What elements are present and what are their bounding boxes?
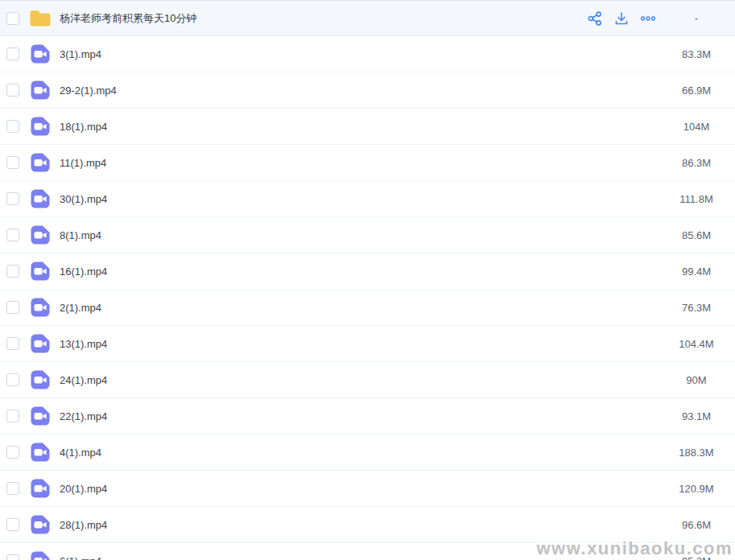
select-all-checkbox[interactable] (6, 12, 19, 25)
file-size: 188.3M (658, 447, 735, 459)
file-size: 93.1M (658, 410, 735, 422)
video-file-icon (30, 152, 51, 173)
file-name[interactable]: 28(1).mp4 (60, 519, 107, 531)
file-row[interactable]: 2(1).mp4 76.3M (0, 290, 735, 326)
file-row[interactable]: 24(1).mp4 90M (0, 362, 735, 398)
file-row[interactable]: 6(1).mp4 95.3M (0, 543, 735, 560)
download-icon[interactable] (613, 10, 630, 27)
more-icon[interactable] (640, 10, 656, 27)
file-size: 99.4M (658, 266, 735, 278)
file-name[interactable]: 16(1).mp4 (60, 266, 107, 278)
file-browser: 杨洋老师考前积累每天10分钟 (0, 0, 735, 560)
file-row[interactable]: 22(1).mp4 93.1M (0, 398, 735, 434)
video-file-icon (30, 297, 51, 318)
row-checkbox[interactable] (6, 265, 19, 278)
file-name[interactable]: 13(1).mp4 (60, 338, 107, 350)
file-size: 104M (658, 121, 735, 133)
row-checkbox[interactable] (6, 482, 19, 495)
file-row[interactable]: 18(1).mp4 104M (0, 109, 735, 145)
file-size: 111.8M (658, 193, 735, 205)
file-size: 66.9M (658, 84, 735, 97)
file-row[interactable]: 20(1).mp4 120.9M (0, 471, 735, 507)
file-row[interactable]: 11(1).mp4 86.3M (0, 145, 735, 181)
file-size: 104.4M (658, 338, 735, 350)
file-row[interactable]: 3(1).mp4 83.3M (0, 36, 735, 72)
row-checkbox[interactable] (6, 446, 19, 459)
row-checkbox[interactable] (6, 229, 19, 241)
file-name[interactable]: 20(1).mp4 (60, 483, 107, 495)
file-row[interactable]: 16(1).mp4 99.4M (0, 253, 735, 290)
row-checkbox[interactable] (6, 301, 19, 314)
file-name[interactable]: 3(1).mp4 (60, 48, 101, 60)
share-icon[interactable] (587, 10, 603, 27)
row-checkbox[interactable] (6, 554, 19, 560)
file-row[interactable]: 13(1).mp4 104.4M (0, 326, 735, 362)
file-name[interactable]: 18(1).mp4 (60, 121, 107, 133)
file-name[interactable]: 30(1).mp4 (60, 193, 107, 205)
file-name[interactable]: 11(1).mp4 (60, 157, 106, 169)
row-checkbox[interactable] (6, 47, 19, 60)
video-file-icon (30, 406, 51, 426)
file-list: 3(1).mp4 83.3M 29-2(1).mp4 66.9M 18(1).m… (0, 36, 735, 560)
folder-header-row[interactable]: 杨洋老师考前积累每天10分钟 (0, 0, 735, 36)
video-file-icon (30, 478, 51, 499)
row-checkbox[interactable] (6, 410, 19, 422)
video-file-icon (30, 514, 51, 535)
row-checkbox[interactable] (6, 373, 19, 386)
video-file-icon (30, 442, 51, 463)
file-name[interactable]: 2(1).mp4 (60, 302, 101, 314)
video-file-icon (30, 188, 51, 209)
video-file-icon (30, 116, 51, 137)
folder-title[interactable]: 杨洋老师考前积累每天10分钟 (60, 11, 196, 26)
file-size: 120.9M (658, 483, 735, 495)
row-checkbox[interactable] (6, 156, 19, 169)
file-row[interactable]: 8(1).mp4 85.6M (0, 217, 735, 253)
row-checkbox[interactable] (6, 120, 19, 133)
file-name[interactable]: 4(1).mp4 (60, 447, 101, 459)
file-name[interactable]: 22(1).mp4 (60, 410, 107, 422)
video-file-icon (30, 333, 51, 354)
file-row[interactable]: 30(1).mp4 111.8M (0, 181, 735, 217)
row-checkbox[interactable] (6, 192, 19, 205)
video-file-icon (30, 224, 51, 245)
file-size: 83.3M (658, 48, 735, 60)
folder-size-placeholder: - (658, 12, 735, 24)
file-size: 96.6M (658, 519, 735, 531)
video-file-icon (30, 550, 51, 560)
file-name[interactable]: 29-2(1).mp4 (60, 84, 117, 97)
file-size: 90M (658, 374, 735, 386)
file-name[interactable]: 24(1).mp4 (60, 374, 107, 386)
file-name[interactable]: 6(1).mp4 (60, 555, 101, 560)
row-checkbox[interactable] (6, 337, 19, 350)
file-size: 95.3M (658, 555, 735, 560)
folder-icon (29, 9, 52, 28)
video-file-icon (30, 43, 51, 64)
file-row[interactable]: 4(1).mp4 188.3M (0, 434, 735, 471)
video-file-icon (30, 80, 51, 101)
folder-actions (587, 10, 656, 27)
file-name[interactable]: 8(1).mp4 (60, 229, 101, 241)
row-checkbox[interactable] (6, 84, 19, 97)
file-size: 85.6M (658, 229, 735, 241)
file-size: 86.3M (658, 157, 735, 169)
file-size: 76.3M (658, 302, 735, 314)
video-file-icon (30, 369, 51, 390)
file-row[interactable]: 29-2(1).mp4 66.9M (0, 72, 735, 109)
row-checkbox[interactable] (6, 518, 19, 531)
video-file-icon (30, 261, 51, 282)
file-row[interactable]: 28(1).mp4 96.6M (0, 507, 735, 543)
